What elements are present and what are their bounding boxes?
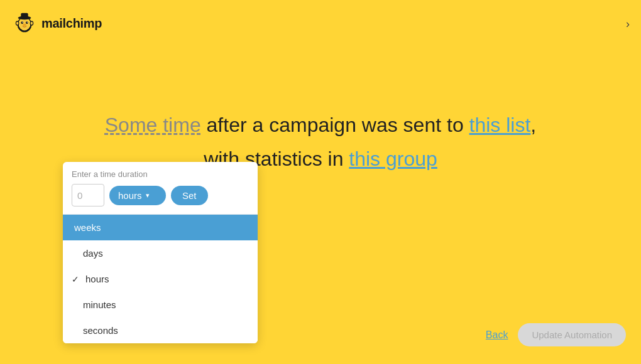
popup-input-row: hours ▾ Set bbox=[63, 184, 258, 214]
this-group-link[interactable]: this group bbox=[349, 147, 437, 170]
unit-dropdown-button[interactable]: hours ▾ bbox=[109, 186, 166, 205]
svg-point-3 bbox=[21, 21, 23, 24]
dropdown-label: hours bbox=[118, 190, 142, 201]
dropdown-list: weeks days hours minutes seconds bbox=[63, 214, 258, 343]
update-automation-button[interactable]: Update Automation bbox=[518, 323, 626, 346]
dropdown-item-weeks[interactable]: weeks bbox=[63, 215, 258, 240]
header: mailchimp bbox=[13, 11, 102, 35]
collapse-button[interactable]: › bbox=[626, 18, 630, 31]
dropdown-item-hours[interactable]: hours bbox=[63, 266, 258, 292]
some-time-link[interactable]: Some time bbox=[105, 114, 201, 136]
svg-point-5 bbox=[22, 22, 23, 23]
minutes-label: minutes bbox=[83, 299, 116, 310]
popup-header-label: Enter a time duration bbox=[63, 162, 258, 184]
svg-point-4 bbox=[26, 21, 28, 24]
hours-label: hours bbox=[85, 274, 109, 284]
time-duration-popup: Enter a time duration hours ▾ Set weeks … bbox=[63, 162, 258, 343]
comma: , bbox=[530, 114, 536, 136]
chevron-down-icon: ▾ bbox=[146, 191, 150, 200]
back-button[interactable]: Back bbox=[486, 329, 508, 341]
number-input[interactable] bbox=[72, 184, 104, 206]
svg-point-9 bbox=[16, 22, 18, 25]
seconds-label: seconds bbox=[83, 325, 118, 336]
svg-point-11 bbox=[31, 22, 33, 25]
dropdown-item-days[interactable]: days bbox=[63, 240, 258, 266]
sentence-line1: Some time after a campaign was sent to t… bbox=[0, 110, 641, 140]
sentence-middle-text: after a campaign was sent to bbox=[201, 114, 469, 136]
logo-text: mailchimp bbox=[41, 16, 102, 31]
svg-rect-13 bbox=[21, 13, 28, 19]
this-list-link[interactable]: this list bbox=[469, 114, 531, 136]
mailchimp-logo-icon bbox=[13, 11, 36, 35]
svg-point-6 bbox=[27, 22, 28, 23]
set-button[interactable]: Set bbox=[171, 186, 208, 205]
weeks-label: weeks bbox=[74, 222, 101, 233]
bottom-bar: Back Update Automation bbox=[486, 323, 626, 346]
dropdown-item-minutes[interactable]: minutes bbox=[63, 292, 258, 318]
svg-point-7 bbox=[23, 24, 26, 26]
days-label: days bbox=[83, 248, 103, 259]
dropdown-item-seconds[interactable]: seconds bbox=[63, 318, 258, 343]
